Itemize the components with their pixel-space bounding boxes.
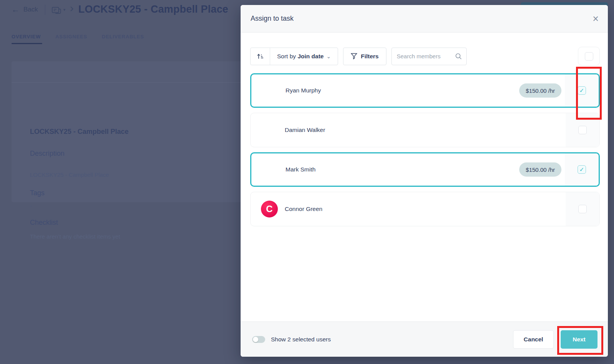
checkbox-strip [565, 153, 599, 186]
breadcrumb-caret-icon[interactable]: ▾ [63, 7, 66, 12]
rate-badge: $150.00 /hr [519, 163, 561, 177]
row-checkbox[interactable] [578, 205, 587, 213]
modal-toolbar: Sort by Join date⌄ Filters [250, 47, 600, 66]
show-selected-toggle[interactable] [252, 336, 265, 343]
toggle-label: Show 2 selected users [271, 336, 331, 343]
member-list: Ryan Murphy $150.00 /hr Damian Walker Ma… [250, 73, 600, 226]
active-tab-underline [12, 43, 42, 44]
row-checkbox[interactable] [578, 165, 586, 174]
sort-dropdown[interactable]: Sort by Join date⌄ [250, 48, 338, 65]
tab-bar: OVERVIEW ASSIGNEES DELIVERABLES [12, 34, 144, 40]
checkbox-strip [566, 113, 599, 147]
member-name: Mark Smith [286, 166, 315, 173]
tab-deliverables[interactable]: DELIVERABLES [102, 34, 144, 40]
description-value: LOCKSKY25 - Campbell Place [30, 171, 109, 178]
member-row-damian-walker[interactable]: Damian Walker [250, 113, 600, 147]
cancel-button[interactable]: Cancel [513, 330, 554, 349]
modal-footer: Show 2 selected users Cancel Next [241, 321, 608, 357]
page-title: LOCKSKY25 - Campbell Place [78, 3, 228, 15]
filters-button[interactable]: Filters [343, 48, 386, 65]
checklist-label: Checklist [30, 219, 58, 227]
breadcrumb-divider [45, 5, 45, 15]
member-row-ryan-murphy[interactable]: Ryan Murphy $150.00 /hr [250, 73, 600, 108]
member-name: Connor Green [285, 206, 322, 212]
select-all-checkbox[interactable] [585, 52, 593, 61]
avatar [262, 82, 279, 99]
avatar [261, 122, 278, 138]
member-row-mark-smith[interactable]: Mark Smith $150.00 /hr [250, 152, 600, 187]
modal-title: Assign to task [251, 15, 294, 23]
description-label: Description [30, 150, 64, 158]
filters-label: Filters [361, 53, 379, 60]
modal-header: Assign to task × [241, 5, 608, 33]
search-icon [455, 53, 462, 60]
tags-value: - [30, 203, 32, 209]
checkbox-strip [565, 74, 599, 107]
toggle-knob [253, 337, 258, 342]
back-arrow-icon: ← [12, 5, 20, 13]
chevron-down-icon: ⌄ [326, 53, 331, 59]
search-members-box [391, 48, 467, 65]
breadcrumb-chevron-icon: › [70, 2, 74, 15]
card-title: LOCKSKY25 - Campbell Place [30, 128, 129, 136]
sort-by-value: Join date [297, 53, 324, 60]
tags-label: Tags [30, 189, 45, 197]
member-name: Damian Walker [285, 127, 325, 133]
sort-ascending-icon[interactable] [251, 48, 270, 65]
select-all-container [578, 47, 600, 66]
checkbox-strip [566, 192, 599, 226]
avatar: C [261, 201, 278, 217]
back-label: Back [23, 6, 38, 13]
row-checkbox[interactable] [578, 126, 587, 134]
next-button[interactable]: Next [561, 330, 597, 349]
avatar [262, 161, 279, 178]
project-pages-icon[interactable] [51, 5, 62, 16]
checklist-empty-text: There aren’t any checklist items yet [30, 233, 120, 240]
back-button[interactable]: ← Back [12, 5, 38, 13]
funnel-icon [351, 53, 357, 59]
member-row-connor-green[interactable]: C Connor Green [250, 192, 600, 226]
close-icon[interactable]: × [593, 13, 599, 24]
tab-assignees[interactable]: ASSIGNEES [55, 34, 87, 40]
member-name: Ryan Murphy [286, 87, 321, 94]
tab-overview[interactable]: OVERVIEW [12, 34, 41, 40]
rate-badge: $150.00 /hr [519, 84, 561, 98]
assign-to-task-modal: Assign to task × Sort by Join date⌄ [241, 5, 608, 357]
sort-by-prefix: Sort by [277, 53, 297, 60]
row-checkbox[interactable] [578, 86, 586, 95]
